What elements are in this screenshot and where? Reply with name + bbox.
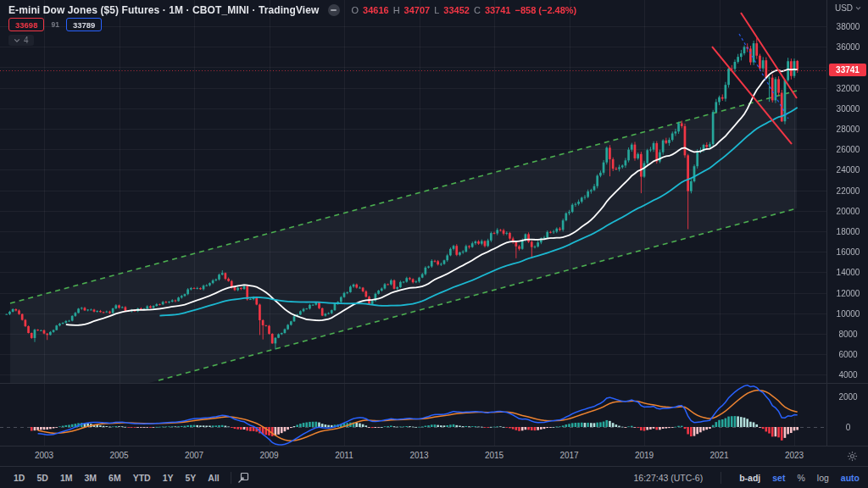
year-tick: 2007 (185, 451, 203, 460)
price-tick: 4000 (827, 370, 868, 380)
object-count: 4 (24, 36, 29, 45)
close-label: C (474, 5, 481, 15)
price-axis[interactable]: USD 380003600034000320003000028000260002… (826, 0, 868, 446)
open-label: O (352, 5, 359, 15)
price-tick: 30000 (827, 104, 868, 114)
range-button-1m[interactable]: 1M (55, 470, 78, 485)
price-tick: 26000 (827, 145, 868, 154)
log-scale-toggle[interactable]: log (817, 473, 829, 483)
legend-collapse-icon[interactable] (328, 4, 340, 16)
range-button-all[interactable]: All (203, 470, 224, 485)
date-range-buttons: 1D5D1M3M6MYTD1Y5YAll (8, 470, 225, 485)
pane-separator[interactable] (0, 383, 868, 384)
price-tick: 38000 (827, 22, 868, 31)
year-tick: 2013 (409, 451, 428, 460)
price-tick: 20000 (827, 207, 868, 216)
currency-label: USD (835, 3, 853, 13)
range-button-5y[interactable]: 5Y (181, 470, 202, 485)
price-tick: 24000 (827, 165, 868, 175)
symbol-title[interactable]: E-mini Dow Jones ($5) Futures · 1M · CBO… (8, 4, 320, 16)
year-tick: 2005 (109, 451, 128, 460)
high-label: H (393, 5, 400, 15)
range-button-5d[interactable]: 5D (31, 470, 53, 485)
price-tick: 8000 (827, 330, 868, 339)
year-tick: 2003 (35, 451, 53, 460)
price-tick: 22000 (827, 186, 868, 196)
object-tree-toggle[interactable]: 4 (8, 35, 34, 46)
bottom-toolbar: 1D5D1M3M6MYTD1Y5YAll 16:27:43 (UTC-6) b-… (0, 466, 868, 488)
alert-level-badge-lower[interactable]: 33789 (66, 18, 102, 31)
year-tick: 2023 (785, 451, 804, 460)
auto-scale-toggle[interactable]: auto (841, 473, 860, 483)
last-price-badge[interactable]: 33741 (829, 64, 866, 76)
range-button-1d[interactable]: 1D (8, 470, 30, 485)
close-value: 33741 (485, 5, 511, 15)
settlement-toggle[interactable]: set (772, 473, 785, 483)
open-value: 34616 (363, 5, 389, 15)
currency-selector[interactable]: USD (827, 3, 868, 13)
alert-level-badge-upper[interactable]: 33698 (8, 18, 44, 31)
year-tick: 2015 (485, 451, 504, 460)
toolbar-right-group: 16:27:43 (UTC-6) b-adj set % log auto (633, 472, 860, 484)
change-value: −858 (−2.48%) (515, 5, 576, 15)
tradingview-chart-window: E-mini Dow Jones ($5) Futures · 1M · CBO… (0, 0, 868, 488)
year-tick: 2009 (259, 451, 278, 460)
chevron-down-icon (14, 37, 20, 44)
clock-label[interactable]: 16:27:43 (UTC-6) (633, 473, 703, 483)
year-tick: 2017 (559, 451, 578, 460)
price-tick: 16000 (827, 247, 868, 257)
range-button-3m[interactable]: 3M (79, 470, 102, 485)
indicator-tick: 0 (827, 423, 868, 432)
price-tick: 28000 (827, 125, 868, 134)
gear-icon[interactable] (847, 450, 858, 465)
price-tick: 32000 (827, 84, 868, 93)
price-tick: 18000 (827, 227, 868, 236)
range-button-1y[interactable]: 1Y (158, 470, 179, 485)
price-tick: 14000 (827, 268, 868, 277)
year-tick: 2019 (635, 451, 654, 460)
toolbar-divider (231, 472, 231, 484)
chart-canvas[interactable] (0, 0, 868, 446)
range-button-6m[interactable]: 6M (103, 470, 126, 485)
price-tick: 12000 (827, 289, 868, 298)
indicator-tick: 2000 (827, 392, 868, 402)
high-value: 34707 (404, 5, 431, 15)
go-to-date-icon[interactable] (237, 472, 249, 484)
price-tick: 6000 (827, 350, 868, 359)
year-tick: 2011 (335, 451, 353, 460)
year-tick: 2021 (709, 451, 728, 460)
ohlc-values: O34616 H34707 L33452 C33741 −858 (−2.48%… (352, 5, 577, 15)
low-label: L (434, 5, 439, 15)
chevron-down-icon (855, 5, 861, 11)
toolbar-divider (721, 472, 721, 484)
symbol-legend: E-mini Dow Jones ($5) Futures · 1M · CBO… (8, 4, 576, 16)
back-adjust-toggle[interactable]: b-adj (739, 473, 760, 483)
price-tick: 36000 (827, 42, 868, 52)
bars-between-count: 91 (51, 20, 58, 29)
range-button-ytd[interactable]: YTD (128, 470, 156, 485)
price-tick: 10000 (827, 309, 868, 319)
time-axis[interactable]: 2003200520072009201120132015201720192021… (0, 446, 868, 467)
percent-scale-toggle[interactable]: % (797, 473, 804, 483)
low-value: 33452 (443, 5, 470, 15)
price-level-badges: 33698 91 33789 (8, 18, 102, 31)
